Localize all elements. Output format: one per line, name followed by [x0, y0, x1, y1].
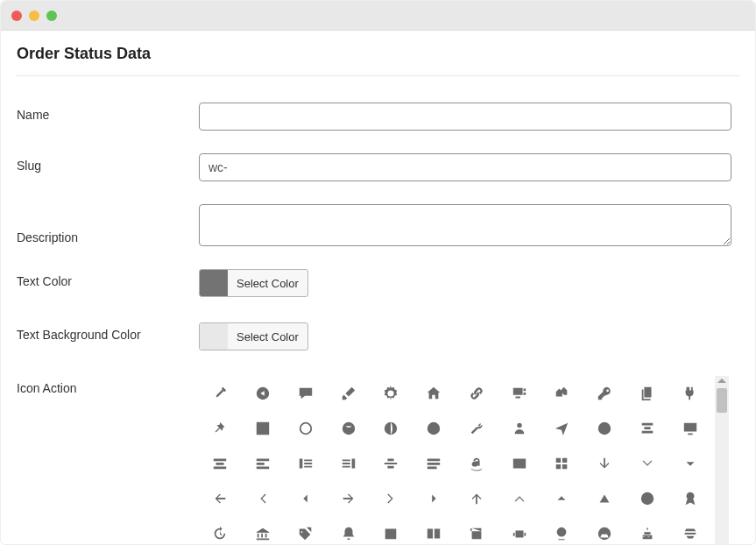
text-color-label: Text Color	[17, 269, 199, 288]
icon-action-label: Icon Action	[17, 376, 199, 395]
id-card-icon[interactable]	[498, 446, 541, 481]
pie-icon[interactable]	[626, 481, 669, 516]
key-icon[interactable]	[583, 376, 626, 411]
icon-grid-scrollbar[interactable]	[715, 376, 729, 545]
chevron-up-icon[interactable]	[498, 481, 541, 516]
bg-color-swatch	[200, 323, 228, 350]
bell-icon[interactable]	[327, 516, 370, 545]
plug-icon[interactable]	[668, 376, 711, 411]
bg-color-label: Text Background Color	[17, 322, 199, 342]
bank-icon[interactable]	[242, 516, 285, 545]
gear-icon[interactable]	[370, 376, 413, 411]
cake-icon[interactable]	[626, 516, 669, 545]
arrow-right-icon[interactable]	[327, 481, 370, 516]
link-icon[interactable]	[456, 376, 498, 411]
circle-play-left-icon[interactable]	[242, 376, 285, 411]
comment-icon[interactable]	[285, 376, 328, 411]
caret-down-icon[interactable]	[668, 446, 711, 481]
user-circle-icon[interactable]	[583, 516, 626, 545]
arrow-down-icon[interactable]	[583, 446, 626, 481]
multi-home-icon[interactable]	[541, 376, 583, 411]
window-titlebar	[1, 1, 755, 31]
globe-stand-icon[interactable]	[541, 516, 583, 545]
align-just-center-icon[interactable]	[370, 446, 413, 481]
text-color-button-label: Select Color	[228, 277, 307, 290]
book-solid-icon[interactable]	[456, 516, 498, 545]
icon-grid	[199, 376, 711, 545]
bg-color-button-label: Select Color	[228, 330, 307, 343]
bg-color-button[interactable]: Select Color	[199, 322, 308, 350]
grid-icon[interactable]	[541, 446, 583, 481]
monitor-icon[interactable]	[668, 411, 711, 446]
calendar-icon[interactable]	[370, 516, 413, 545]
display-audio-icon[interactable]	[498, 376, 541, 411]
page-title: Order Status Data	[17, 45, 739, 76]
align-left-icon[interactable]	[285, 446, 328, 481]
align-hcenter-icon[interactable]	[626, 411, 669, 446]
chevron-down-icon[interactable]	[626, 446, 669, 481]
caret-right-icon[interactable]	[413, 481, 456, 516]
sliders-icon[interactable]	[242, 411, 285, 446]
arrow-up-icon[interactable]	[456, 481, 498, 516]
tags-icon[interactable]	[285, 516, 328, 545]
globe-outline-icon[interactable]	[285, 411, 328, 446]
brush-icon[interactable]	[327, 376, 370, 411]
align-bars-icon[interactable]	[413, 446, 456, 481]
description-input[interactable]	[199, 204, 731, 246]
home-icon[interactable]	[413, 376, 456, 411]
caret-left-icon[interactable]	[285, 481, 328, 516]
align-right-icon[interactable]	[327, 446, 370, 481]
contrast-icon[interactable]	[583, 411, 626, 446]
copy-doc-icon[interactable]	[626, 376, 669, 411]
description-label: Description	[17, 204, 199, 244]
wrench-icon[interactable]	[456, 411, 498, 446]
close-traffic-light[interactable]	[11, 11, 22, 21]
name-label: Name	[17, 103, 199, 122]
text-color-button[interactable]: Select Color	[199, 269, 308, 297]
slug-input[interactable]	[199, 153, 731, 181]
book-open-icon[interactable]	[413, 516, 456, 545]
plane-icon[interactable]	[541, 411, 583, 446]
text-color-swatch	[200, 270, 228, 296]
pin-icon[interactable]	[199, 411, 242, 446]
chevron-left-icon[interactable]	[242, 481, 285, 516]
dropper-icon[interactable]	[199, 376, 242, 411]
amazon-icon[interactable]	[456, 446, 498, 481]
globe-simple-icon[interactable]	[413, 411, 456, 446]
triangle-up-icon[interactable]	[583, 481, 626, 516]
maximize-traffic-light[interactable]	[46, 11, 57, 21]
align-box-left-icon[interactable]	[242, 446, 285, 481]
stack-lines-icon[interactable]	[668, 516, 711, 545]
robot-icon[interactable]	[498, 516, 541, 545]
name-input[interactable]	[199, 103, 731, 131]
slug-label: Slug	[17, 153, 199, 173]
chevron-right-icon[interactable]	[370, 481, 413, 516]
arrow-left-icon[interactable]	[199, 481, 242, 516]
globe-solid-icon[interactable]	[327, 411, 370, 446]
scrollbar-thumb[interactable]	[717, 388, 727, 413]
history-icon[interactable]	[199, 516, 242, 545]
caret-up-icon[interactable]	[541, 481, 583, 516]
ribbon-icon[interactable]	[668, 481, 711, 516]
globe-grid-icon[interactable]	[370, 411, 413, 446]
align-box-center-icon[interactable]	[199, 446, 242, 481]
user-icon[interactable]	[498, 411, 541, 446]
minimize-traffic-light[interactable]	[29, 11, 39, 21]
